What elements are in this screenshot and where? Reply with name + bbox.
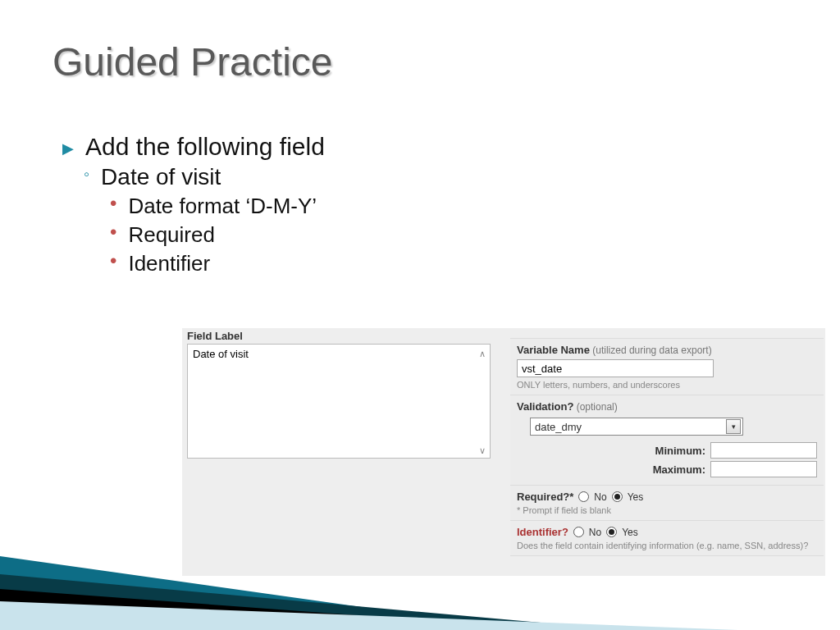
variable-name-input[interactable]	[517, 359, 714, 377]
variable-name-label: Variable Name	[517, 344, 590, 356]
scroll-up-icon[interactable]: ∧	[476, 349, 489, 359]
bullet-text: Required	[128, 222, 215, 248]
chevron-down-icon[interactable]: ▾	[726, 419, 741, 434]
required-yes-radio[interactable]	[612, 491, 623, 502]
minimum-input[interactable]	[710, 442, 817, 459]
slide-title: Guided Practice	[52, 39, 333, 84]
variable-name-hint: (utilized during data export)	[592, 345, 711, 356]
bullet-level3: • Identifier	[110, 251, 325, 276]
identifier-no-radio[interactable]	[573, 527, 584, 537]
minimum-label: Minimum:	[655, 445, 705, 457]
validation-section: Validation? (optional) date_dmy ▾ Minimu…	[510, 395, 824, 486]
required-no-radio[interactable]	[578, 491, 589, 502]
bullet-level3: • Required	[110, 222, 325, 248]
bullet-level1: ▶ Add the following field	[62, 133, 325, 161]
required-no-text: No	[594, 491, 606, 503]
required-yes-text: Yes	[628, 491, 644, 503]
required-section: Required?* No Yes * Prompt if field is b…	[510, 486, 824, 521]
field-label-input[interactable]	[187, 344, 491, 459]
identifier-label: Identifier?	[517, 526, 568, 538]
bullet-level3: • Date format ‘D-M-Y’	[110, 194, 325, 219]
required-label: Required?*	[517, 491, 573, 503]
identifier-no-text: No	[589, 527, 601, 538]
bullet-text: Add the following field	[85, 133, 325, 161]
variable-name-fineprint: ONLY letters, numbers, and underscores	[517, 380, 817, 390]
variable-name-section: Variable Name (utilized during data expo…	[510, 338, 824, 395]
scroll-down-icon[interactable]: ∨	[476, 445, 489, 456]
identifier-fineprint: Does the field contain identifying infor…	[517, 541, 817, 550]
svg-marker-3	[0, 601, 738, 630]
validation-selected-value: date_dmy	[535, 421, 582, 433]
bullet-level2: ◦ Date of visit	[84, 164, 325, 190]
validation-label: Validation?	[517, 400, 573, 413]
svg-marker-1	[0, 574, 623, 630]
dot-bullet-icon: •	[110, 222, 116, 242]
maximum-row: Maximum:	[517, 461, 817, 477]
field-label-heading: Field Label	[187, 330, 491, 342]
svg-marker-2	[0, 589, 558, 630]
bullet-text: Identifier	[128, 251, 210, 276]
maximum-label: Maximum:	[653, 463, 705, 476]
required-fineprint: * Prompt if field is blank	[517, 505, 817, 515]
circle-bullet-icon: ◦	[84, 165, 89, 184]
identifier-yes-text: Yes	[622, 527, 638, 538]
validation-select[interactable]: date_dmy ▾	[530, 418, 743, 436]
bullet-text: Date of visit	[101, 164, 221, 190]
identifier-section: Identifier? No Yes Does the field contai…	[510, 521, 824, 556]
minimum-row: Minimum:	[517, 442, 817, 459]
dot-bullet-icon: •	[110, 194, 116, 213]
bullet-text: Date format ‘D-M-Y’	[128, 194, 317, 219]
triangle-bullet-icon: ▶	[62, 139, 74, 158]
form-screenshot: Field Label ∧ ∨ Variable Name (utilized …	[182, 328, 825, 576]
maximum-input[interactable]	[710, 461, 817, 477]
validation-hint: (optional)	[577, 401, 618, 413]
identifier-yes-radio[interactable]	[606, 527, 617, 537]
slide-body: ▶ Add the following field ◦ Date of visi…	[62, 133, 325, 280]
dot-bullet-icon: •	[110, 251, 116, 271]
